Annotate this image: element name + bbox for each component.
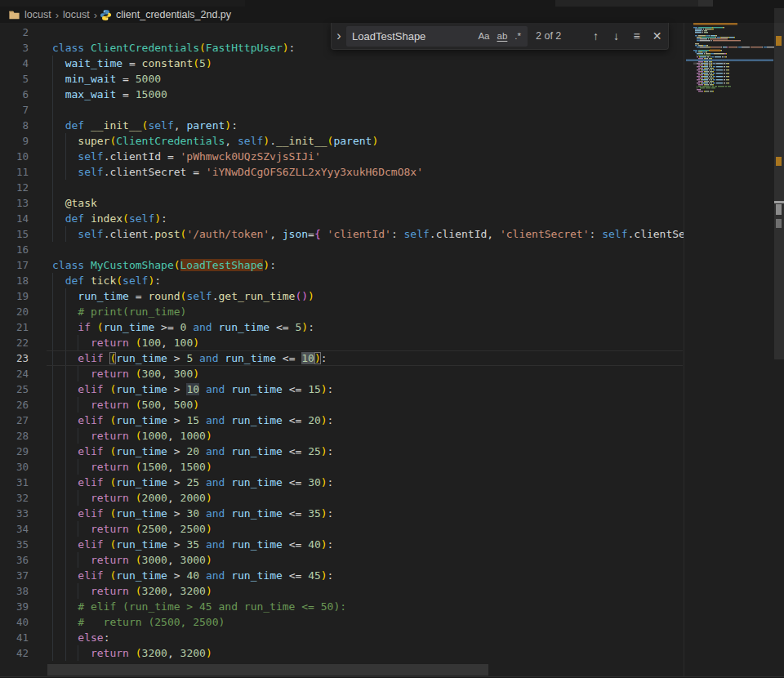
overview-ruler[interactable] [774,0,784,678]
token: ) [206,523,212,535]
code-line-4[interactable]: 4 wait_time = constant(5) [0,56,684,71]
code-line-36[interactable]: 36 return (3000, 3000) [0,552,684,568]
minimap[interactable] [684,23,774,676]
line-number: 6 [0,87,29,102]
token [52,383,78,395]
next-match-button[interactable]: ↓ [607,27,626,46]
token: , [161,368,174,380]
code-line-39[interactable]: 39 # elif (run_time > 45 and run_time <=… [0,599,684,614]
previous-match-button[interactable]: ↑ [586,27,605,46]
breadcrumb-item-file[interactable]: client_credentials_2nd.py [116,9,231,20]
token [52,290,78,302]
close-find-button[interactable]: ✕ [648,27,666,46]
code-line-13[interactable]: 13 @task [0,195,684,211]
code-line-25[interactable]: 25 elif (run_time > 10 and run_time <= 1… [0,381,684,397]
code-line-22[interactable]: 22 return (100, 100) [0,335,684,350]
token [129,554,136,566]
code-line-15[interactable]: 15 self.client.post('/auth/token', json=… [0,226,684,242]
code-line-30[interactable]: 30 return (1500, 1500) [0,459,684,475]
code-editor[interactable]: 23class ClientCredentials(FastHttpUser):… [0,25,684,663]
code-text: # elif (run_time > 45 and run_time <= 50… [52,599,346,614]
token: wait_time [65,57,122,69]
token: return [91,430,129,442]
token [52,569,78,582]
code-line-5[interactable]: 5 min_wait = 5000 [0,71,684,87]
token: 3000 [142,554,167,566]
code-text: return (2000, 2000) [52,490,212,506]
code-line-8[interactable]: 8 def __init__(self, parent): [0,118,684,133]
code-line-14[interactable]: 14 def index(self): [0,211,684,226]
find-input-box: Aa ab .* [346,26,528,47]
code-line-37[interactable]: 37 elif (run_time > 40 and run_time <= 4… [0,568,684,583]
code-line-21[interactable]: 21 if (run_time >= 0 and run_time <= 5): [0,319,684,335]
code-line-12[interactable]: 12 [0,180,684,195]
code-text: def index(self): [52,211,167,226]
line-number: 32 [0,490,29,506]
code-line-9[interactable]: 9 super(ClientCredentials, self).__init_… [0,133,684,149]
code-line-28[interactable]: 28 return (1000, 1000) [0,428,684,444]
token: = [129,290,148,302]
code-line-6[interactable]: 6 max_wait = 15000 [0,87,684,102]
breadcrumb-item-folder[interactable]: locust [63,9,90,20]
token: min_wait [65,73,117,85]
whole-word-icon[interactable]: ab [494,29,511,42]
code-line-18[interactable]: 18 def tick(self): [0,273,684,288]
code-line-40[interactable]: 40 # return (2500, 2500) [0,614,684,630]
token: run_time [219,321,270,333]
code-line-7[interactable]: 7 [0,102,684,118]
token [52,523,91,535]
vertical-scrollbar-slider[interactable] [774,8,784,359]
token [52,554,91,566]
find-expand-chevron-icon[interactable]: › [332,23,346,49]
code-text: return (1500, 1500) [52,459,212,475]
horizontal-scrollbar-slider[interactable] [47,664,488,676]
regex-icon[interactable]: .* [511,29,524,42]
token: def [65,119,84,132]
code-line-19[interactable]: 19 run_time = round(self.get_run_time()) [0,288,684,304]
code-line-11[interactable]: 11 self.clientSecret = 'iYNwDdCgOFS6ZLL2… [0,164,684,180]
breadcrumb-item-root[interactable]: locust [24,9,51,20]
code-line-32[interactable]: 32 return (2000, 2000) [0,490,684,506]
token: self [78,166,103,178]
code-line-34[interactable]: 34 return (2500, 2500) [0,521,684,537]
match-case-icon[interactable]: Aa [474,29,492,42]
token [212,321,219,333]
find-input[interactable] [346,30,474,42]
code-line-16[interactable]: 16 [0,242,684,257]
code-line-42[interactable]: 42 return (3200, 3200) [0,645,684,661]
code-line-17[interactable]: 17class MyCustomShape(LoadTestShape): [0,257,684,273]
token: <= [283,383,308,395]
token [52,88,65,100]
token [91,321,97,333]
token: : [231,119,238,132]
token: > [167,569,186,582]
code-line-23[interactable]: 23 elif (run_time > 5 and run_time <= 10… [0,350,684,366]
code-line-27[interactable]: 27 elif (run_time > 15 and run_time <= 2… [0,413,684,428]
token: >= [154,321,180,333]
find-in-selection-button[interactable]: ≡ [627,27,646,46]
horizontal-scrollbar[interactable] [0,663,684,676]
code-line-26[interactable]: 26 return (500, 500) [0,397,684,413]
token: run_time [116,507,167,520]
token: 1000 [180,430,206,442]
code-line-29[interactable]: 29 elif (run_time > 20 and run_time <= 2… [0,444,684,459]
code-line-38[interactable]: 38 return (3200, 3200) [0,583,684,599]
code-line-24[interactable]: 24 return (300, 300) [0,366,684,381]
code-line-10[interactable]: 10 self.clientId = 'pWhmwck0UQzSZvjsSIJi… [0,149,684,164]
code-line-31[interactable]: 31 elif (run_time > 25 and run_time <= 3… [0,475,684,490]
token: : [327,569,334,582]
token: > [167,507,186,520]
token: ( [136,399,142,411]
code-line-20[interactable]: 20 # print(run_time) [0,304,684,319]
token: <= [283,538,308,551]
token: > [167,414,186,426]
token [129,492,136,504]
token: 1500 [180,461,206,473]
code-line-35[interactable]: 35 elif (run_time > 35 and run_time <= 4… [0,537,684,552]
token [129,430,136,442]
code-line-33[interactable]: 33 elif (run_time > 30 and run_time <= 3… [0,506,684,521]
token [321,228,327,240]
token: , [167,647,180,659]
code-line-41[interactable]: 41 else: [0,630,684,645]
token: FastHttpUser [206,42,283,54]
